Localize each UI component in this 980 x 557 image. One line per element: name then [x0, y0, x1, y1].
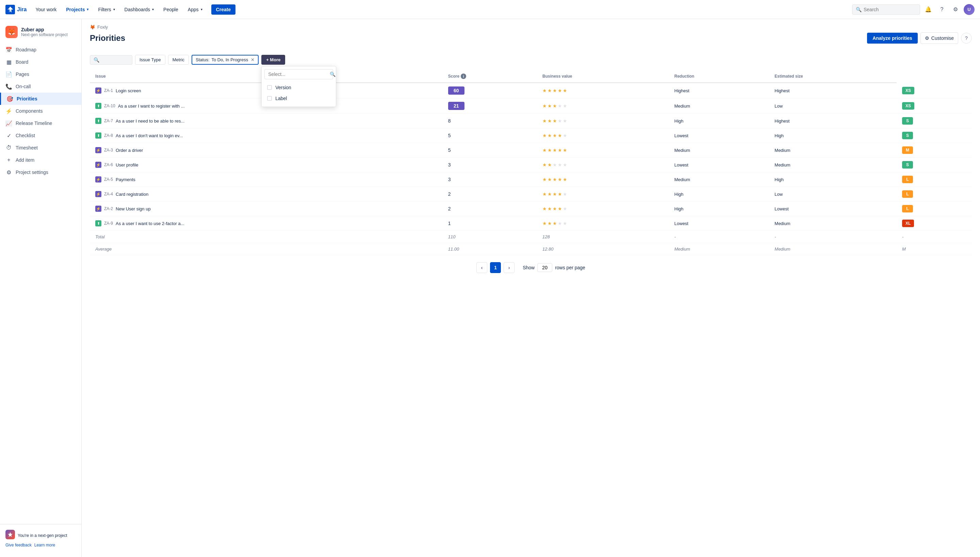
- issue-title[interactable]: As a user I want to register with ...: [118, 104, 185, 109]
- prev-page-button[interactable]: ‹: [476, 262, 487, 273]
- issue-title[interactable]: As a user I need to be able to res...: [116, 119, 185, 124]
- business-value-cell: ★★★★★: [537, 98, 669, 114]
- avg-score: 11.00: [443, 243, 537, 255]
- score-value: 2: [448, 205, 451, 213]
- page-title: Priorities: [90, 33, 125, 43]
- production-cell: Highest: [769, 83, 897, 98]
- label-checkbox[interactable]: [267, 96, 272, 101]
- issue-title[interactable]: Order a driver: [116, 148, 143, 153]
- estimated-size-cell: M: [897, 143, 972, 158]
- metric-filter[interactable]: Metric: [168, 55, 189, 65]
- roadmap-icon: 📅: [5, 46, 12, 53]
- rows-per-page-input[interactable]: [537, 263, 552, 272]
- size-badge: L: [902, 190, 913, 198]
- star-filled-icon: ★: [563, 177, 567, 182]
- learn-more-link[interactable]: Learn more: [34, 543, 55, 547]
- sidebar-item-roadmap[interactable]: 📅 Roadmap: [0, 44, 81, 56]
- sidebar-item-oncall[interactable]: 📞 On-call: [0, 80, 81, 93]
- issue-cell: ⚡ ZA-6 User profile: [90, 158, 443, 172]
- nav-your-work[interactable]: Your work: [32, 5, 60, 14]
- star-filled-icon: ★: [553, 191, 557, 197]
- reduction-cell: High: [669, 187, 769, 202]
- score-badge: 60: [448, 86, 464, 94]
- version-checkbox[interactable]: [267, 85, 272, 90]
- chevron-down-icon: ▾: [201, 8, 203, 11]
- score-value: 3: [448, 175, 451, 184]
- feedback-icon: [5, 530, 15, 539]
- more-filters-button[interactable]: + More: [261, 55, 285, 65]
- sidebar-item-priorities[interactable]: 🎯 Priorities: [0, 93, 81, 105]
- sidebar-item-board[interactable]: ▦ Board: [0, 56, 81, 68]
- star-filled-icon: ★: [542, 147, 547, 153]
- stars-container: ★★★★★: [542, 103, 664, 109]
- nav-dashboards[interactable]: Dashboards ▾: [121, 5, 157, 14]
- status-filter[interactable]: Status: To Do, In Progress ✕: [191, 55, 259, 65]
- score-value: 5: [448, 146, 451, 154]
- avg-label: Average: [90, 243, 443, 255]
- dropdown-search-input[interactable]: [268, 72, 328, 77]
- sidebar-item-timesheet[interactable]: ⏱ Timesheet: [0, 142, 81, 154]
- help-button[interactable]: ?: [961, 33, 972, 44]
- issue-title[interactable]: As a user I don't want to login ev...: [116, 133, 183, 138]
- analyze-priorities-button[interactable]: Analyze priorities: [867, 33, 918, 44]
- create-button[interactable]: Create: [211, 5, 236, 15]
- table-row: ⚡ ZA-1 Login screen 60 ★★★★★ Highest Hig…: [90, 83, 972, 98]
- nav-projects[interactable]: Projects ▾: [63, 5, 92, 14]
- search-input[interactable]: [864, 7, 917, 12]
- issue-title[interactable]: User profile: [116, 163, 138, 168]
- issue-title[interactable]: Card registration: [116, 192, 148, 197]
- sidebar-item-components[interactable]: ⚡ Components: [0, 105, 81, 117]
- nav-people[interactable]: People: [160, 5, 182, 14]
- issue-title[interactable]: As a user I want to use 2-factor a...: [116, 221, 185, 226]
- sidebar-item-add[interactable]: + Add item: [0, 154, 81, 166]
- issue-type-filter[interactable]: Issue Type: [135, 55, 165, 65]
- status-filter-value: To Do, In Progress: [212, 57, 248, 62]
- star-empty-icon: ★: [563, 191, 567, 197]
- star-filled-icon: ★: [558, 133, 562, 138]
- filter-search-input[interactable]: [101, 57, 129, 63]
- issue-cell: ⬆ ZA-9 As a user I want to use 2-factor …: [90, 216, 443, 231]
- nav-logo[interactable]: Jira: [5, 5, 26, 14]
- sidebar-item-settings[interactable]: ⚙ Project settings: [0, 166, 81, 178]
- issue-cell: ⬆ ZA-7 As a user I need to be able to re…: [90, 114, 443, 129]
- issue-title[interactable]: Login screen: [116, 88, 141, 93]
- sidebar-item-checklist[interactable]: ✓ Checklist: [0, 129, 81, 142]
- reduction-cell: Lowest: [669, 216, 769, 231]
- next-page-button[interactable]: ›: [504, 262, 514, 273]
- status-filter-clear[interactable]: ✕: [251, 57, 255, 62]
- business-value-cell: ★★★★★: [537, 143, 669, 158]
- info-icon[interactable]: i: [461, 73, 466, 79]
- dropdown-item-label[interactable]: Label: [264, 93, 333, 104]
- nav-apps[interactable]: Apps ▾: [185, 5, 206, 14]
- dropdown-item-version[interactable]: Version: [264, 82, 333, 93]
- issue-title[interactable]: New User sign up: [116, 206, 151, 212]
- stars-container: ★★★★★: [542, 147, 664, 153]
- issue-id: ZA-7: [104, 119, 113, 123]
- stars-container: ★★★★★: [542, 133, 664, 138]
- help-button[interactable]: ?: [936, 4, 948, 15]
- sidebar-item-pages[interactable]: 📄 Pages: [0, 68, 81, 80]
- issue-id: ZA-8: [104, 133, 113, 138]
- page-1-button[interactable]: 1: [490, 262, 501, 273]
- issue-cell: ⬆ ZA-8 As a user I don't want to login e…: [90, 129, 443, 143]
- dropdown-search-box[interactable]: 🔍: [264, 69, 333, 79]
- settings-button[interactable]: ⚙: [950, 4, 961, 15]
- feedback-title: You're in a next-gen project: [18, 533, 67, 538]
- sidebar-item-timeline[interactable]: 📈 Release Timeline: [0, 117, 81, 129]
- customize-button[interactable]: ⚙ Customise: [920, 33, 958, 44]
- user-avatar[interactable]: U: [964, 4, 975, 15]
- table-row: ⬆ ZA-7 As a user I need to be able to re…: [90, 114, 972, 129]
- search-box[interactable]: 🔍: [852, 5, 920, 15]
- project-name: Zuber app: [21, 27, 68, 33]
- issue-cell: ⚡ ZA-4 Card registration: [90, 187, 443, 202]
- give-feedback-link[interactable]: Give feedback: [5, 543, 32, 547]
- gear-icon: ⚙: [925, 36, 929, 41]
- filter-search-box[interactable]: 🔍: [90, 55, 132, 65]
- issue-title[interactable]: Payments: [116, 177, 135, 182]
- size-badge: S: [902, 117, 913, 125]
- star-empty-icon: ★: [563, 118, 567, 124]
- size-badge: XL: [902, 220, 914, 227]
- notifications-button[interactable]: 🔔: [923, 4, 934, 15]
- business-value-cell: ★★★★★: [537, 187, 669, 202]
- nav-filters[interactable]: Filters ▾: [94, 5, 118, 14]
